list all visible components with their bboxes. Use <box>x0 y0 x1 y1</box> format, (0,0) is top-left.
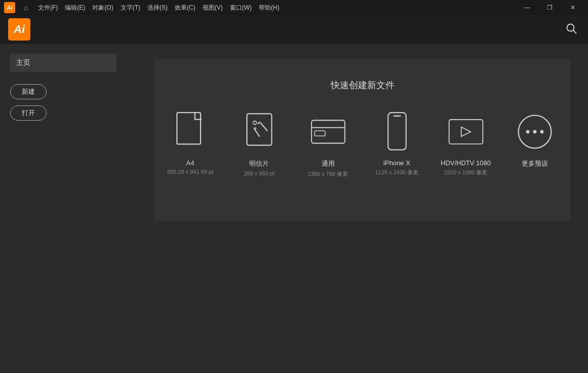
template-iphone[interactable]: iPhone X 1125 x 2436 像素 <box>372 111 422 176</box>
svg-point-13 <box>526 130 529 134</box>
menu-edit[interactable]: 编辑(E) <box>61 0 89 15</box>
menu-window[interactable]: 窗口(W) <box>226 0 255 15</box>
svg-rect-8 <box>388 113 406 150</box>
new-button[interactable]: 新建 <box>10 84 47 99</box>
svg-rect-3 <box>247 114 271 145</box>
template-postcard-size: 288 x 560 pt <box>244 170 275 176</box>
svg-rect-2 <box>177 113 201 144</box>
title-bar: Ai ⌂ 文件(F) 编辑(E) 对象(O) 文字(T) 选择(S) 效果(C)… <box>0 0 588 15</box>
template-hdtv-icon <box>447 111 485 152</box>
main-layout: 主页 新建 打开 快速创建新文件 A4 595.28 x 841.89 pt <box>0 44 588 373</box>
window-controls: — ❐ ✕ <box>516 0 584 15</box>
titlebar-home-icon[interactable]: ⌂ <box>19 1 32 14</box>
minimize-button[interactable]: — <box>516 0 538 15</box>
svg-point-14 <box>533 130 536 134</box>
close-button[interactable]: ✕ <box>561 0 584 15</box>
template-hdtv-size: 1920 x 1080 像素 <box>444 169 488 176</box>
template-iphone-name: iPhone X <box>383 159 410 167</box>
svg-point-0 <box>567 24 574 31</box>
content-area: 快速创建新文件 A4 595.28 x 841.89 pt <box>137 44 588 373</box>
panel-title: 快速创建新文件 <box>331 79 395 91</box>
template-a4-icon <box>172 111 209 152</box>
menu-text[interactable]: 文字(T) <box>117 0 144 15</box>
app-ai-logo: Ai <box>8 18 30 41</box>
menu-file[interactable]: 文件(F) <box>34 0 61 15</box>
svg-line-1 <box>573 30 576 33</box>
template-more-icon <box>516 111 554 152</box>
sidebar: 主页 新建 打开 <box>0 44 137 373</box>
svg-point-4 <box>253 121 256 125</box>
svg-point-15 <box>540 130 543 134</box>
maximize-button[interactable]: ❐ <box>538 0 561 15</box>
template-more[interactable]: 更多预设 <box>509 111 560 170</box>
template-more-name: 更多预设 <box>522 159 548 168</box>
home-label: 主页 <box>10 54 116 72</box>
svg-rect-5 <box>311 120 345 143</box>
template-postcard[interactable]: 明信片 288 x 560 pt <box>234 111 285 176</box>
svg-rect-7 <box>315 131 325 136</box>
template-common-icon <box>309 111 347 152</box>
template-common-name: 通用 <box>322 159 335 168</box>
template-a4-name: A4 <box>186 159 194 167</box>
menu-view[interactable]: 视图(V) <box>199 0 226 15</box>
template-iphone-icon <box>378 111 416 152</box>
menu-help[interactable]: 帮助(H) <box>255 0 283 15</box>
template-a4[interactable]: A4 595.28 x 841.89 pt <box>165 111 216 175</box>
template-a4-size: 595.28 x 841.89 pt <box>167 169 213 175</box>
svg-point-9 <box>396 115 398 117</box>
template-iphone-size: 1125 x 2436 像素 <box>375 169 419 176</box>
template-postcard-name: 明信片 <box>249 159 269 168</box>
templates-row: A4 595.28 x 841.89 pt 明信片 288 x 560 pt <box>175 111 550 178</box>
template-hdtv[interactable]: HDV/HDTV 1080 1920 x 1080 像素 <box>441 111 491 176</box>
open-button[interactable]: 打开 <box>10 105 47 121</box>
template-common-size: 1366 x 768 像素 <box>308 170 348 178</box>
search-button[interactable] <box>563 20 580 40</box>
menu-effect[interactable]: 效果(C) <box>171 0 199 15</box>
svg-rect-10 <box>449 120 483 144</box>
quick-create-panel: 快速创建新文件 A4 595.28 x 841.89 pt <box>155 59 570 221</box>
app-header: Ai <box>0 15 588 44</box>
svg-marker-11 <box>461 127 471 137</box>
menu-object[interactable]: 对象(O) <box>89 0 116 15</box>
template-common[interactable]: 通用 1366 x 768 像素 <box>303 111 354 178</box>
titlebar-ai-logo: Ai <box>4 2 15 13</box>
menu-select[interactable]: 选择(S) <box>144 0 171 15</box>
template-postcard-icon <box>241 111 278 152</box>
template-hdtv-name: HDV/HDTV 1080 <box>441 159 491 167</box>
